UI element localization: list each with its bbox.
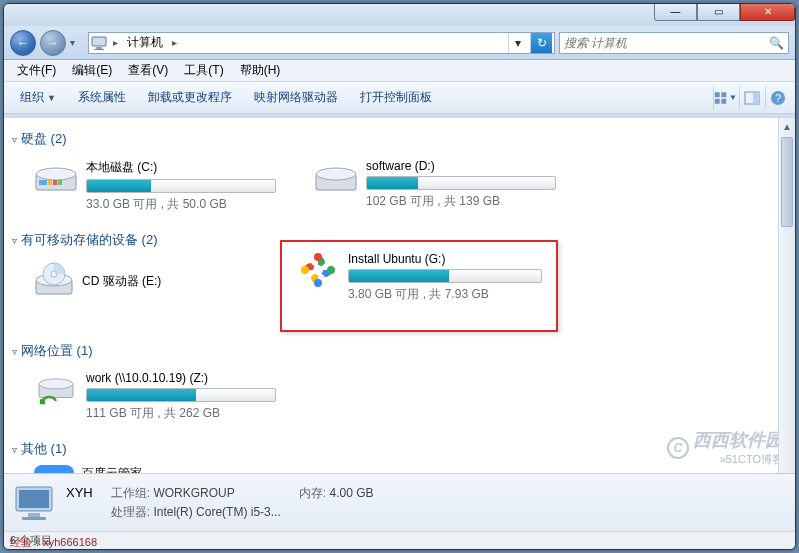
drive-stats: 3.80 GB 可用 , 共 7.93 GB bbox=[348, 286, 542, 303]
maximize-button[interactable]: ▭ bbox=[697, 3, 740, 21]
svg-rect-30 bbox=[40, 399, 45, 404]
chevron-down-icon: ▼ bbox=[729, 93, 737, 102]
title-bar: — ▭ ✕ bbox=[4, 4, 795, 26]
nav-back-button[interactable]: ← bbox=[10, 30, 36, 56]
explorer-window: — ▭ ✕ ← → ▾ ▸ 计算机 ▸ ▾ ↻ 🔍 文件(F) 编辑(E) 查看… bbox=[3, 3, 796, 550]
svg-rect-37 bbox=[19, 490, 49, 508]
svg-rect-5 bbox=[715, 98, 720, 103]
svg-point-23 bbox=[313, 265, 323, 275]
svg-rect-1 bbox=[96, 47, 102, 49]
section-network[interactable]: ▿ 网络位置 (1) bbox=[12, 336, 787, 363]
hard-drive-icon bbox=[314, 159, 358, 195]
drive-stats: 111 GB 可用 , 共 262 GB bbox=[86, 405, 276, 422]
drive-stats: 102 GB 可用 , 共 139 GB bbox=[366, 193, 556, 210]
capacity-bar bbox=[348, 269, 542, 283]
toolbar-preview-pane-button[interactable] bbox=[739, 86, 763, 110]
svg-text:?: ? bbox=[774, 92, 780, 104]
drive-d[interactable]: software (D:) 102 GB 可用 , 共 139 GB bbox=[310, 155, 560, 217]
capacity-bar bbox=[86, 179, 276, 193]
watermark-brand: 西西软件园 bbox=[693, 430, 783, 450]
toolbar-control-panel[interactable]: 打开控制面板 bbox=[350, 85, 442, 110]
watermark-footer: xyh666168 bbox=[43, 536, 97, 548]
menu-help[interactable]: 帮助(H) bbox=[233, 60, 288, 81]
toolbar-uninstall[interactable]: 卸载或更改程序 bbox=[138, 85, 242, 110]
maximize-icon: ▭ bbox=[714, 6, 723, 17]
window-controls: — ▭ ✕ bbox=[654, 3, 795, 21]
drive-title: work (\\10.0.10.19) (Z:) bbox=[86, 371, 276, 385]
breadcrumb-sep-icon: ▸ bbox=[170, 37, 179, 48]
network-drive-icon bbox=[34, 371, 78, 407]
svg-rect-14 bbox=[48, 180, 52, 185]
cd-drive-icon bbox=[34, 260, 74, 303]
minimize-icon: — bbox=[671, 6, 681, 17]
status-bar: 6 个项目 经验：xyh666168 bbox=[4, 531, 795, 549]
svg-text:C: C bbox=[674, 441, 683, 455]
breadcrumb-computer[interactable]: 计算机 bbox=[124, 34, 166, 51]
menu-file[interactable]: 文件(F) bbox=[10, 60, 63, 81]
close-button[interactable]: ✕ bbox=[740, 3, 795, 21]
menu-tools[interactable]: 工具(T) bbox=[177, 60, 230, 81]
address-bar[interactable]: ▸ 计算机 ▸ ▾ ↻ bbox=[88, 32, 555, 54]
drive-z-network[interactable]: work (\\10.0.10.19) (Z:) 111 GB 可用 , 共 2… bbox=[30, 367, 280, 426]
details-pane: XYH 工作组: WORKGROUP 内存: 4.00 GB 处理器: Inte… bbox=[4, 473, 795, 531]
chevron-down-icon: ▾ bbox=[515, 36, 521, 50]
svg-rect-4 bbox=[721, 92, 726, 97]
watermark-sub: »51CTO博客 bbox=[693, 452, 783, 467]
svg-rect-6 bbox=[721, 98, 726, 103]
content-area: ▿ 硬盘 (2) 本地磁盘 (C:) 33.0 GB 可用 , 共 50.0 G… bbox=[4, 118, 795, 507]
svg-point-29 bbox=[39, 379, 73, 389]
back-arrow-icon: ← bbox=[17, 36, 29, 50]
refresh-icon: ↻ bbox=[537, 36, 547, 50]
drive-g-install-ubuntu[interactable]: Install Ubuntu (G:) 3.80 GB 可用 , 共 7.93 … bbox=[292, 248, 546, 307]
svg-point-26 bbox=[314, 279, 322, 287]
drive-title: 本地磁盘 (C:) bbox=[86, 159, 276, 176]
drive-stats: 33.0 GB 可用 , 共 50.0 GB bbox=[86, 196, 276, 213]
computer-icon bbox=[91, 35, 107, 51]
collapse-toggle-icon: ▿ bbox=[12, 134, 17, 145]
close-icon: ✕ bbox=[764, 6, 772, 17]
toolbar-organize[interactable]: 组织 ▼ bbox=[10, 85, 66, 110]
capacity-bar bbox=[86, 388, 276, 402]
scroll-up-button[interactable]: ▲ bbox=[779, 118, 795, 135]
watermark: C 西西软件园 »51CTO博客 bbox=[667, 428, 783, 467]
scrollbar[interactable]: ▲ ▼ bbox=[778, 118, 795, 507]
toolbar-help-button[interactable]: ? bbox=[765, 86, 789, 110]
chevron-down-icon: ▼ bbox=[47, 93, 56, 103]
scroll-thumb[interactable] bbox=[781, 137, 793, 227]
details-cpu: Intel(R) Core(TM) i5-3... bbox=[153, 505, 280, 519]
toolbar-view-button[interactable]: ▼ bbox=[713, 86, 737, 110]
minimize-button[interactable]: — bbox=[654, 3, 697, 21]
toolbar: 组织 ▼ 系统属性 卸载或更改程序 映射网络驱动器 打开控制面板 ▼ ? bbox=[4, 82, 795, 114]
forward-arrow-icon: → bbox=[47, 36, 59, 50]
menu-edit[interactable]: 编辑(E) bbox=[65, 60, 119, 81]
toolbar-organize-label: 组织 bbox=[20, 89, 44, 106]
svg-rect-13 bbox=[39, 180, 47, 185]
toolbar-system-properties[interactable]: 系统属性 bbox=[68, 85, 136, 110]
refresh-button[interactable]: ↻ bbox=[530, 33, 552, 53]
nav-forward-button[interactable]: → bbox=[40, 30, 66, 56]
details-memory: 4.00 GB bbox=[329, 486, 373, 500]
search-icon: 🔍 bbox=[769, 36, 784, 50]
toolbar-map-network-drive[interactable]: 映射网络驱动器 bbox=[244, 85, 348, 110]
details-workgroup-label: 工作组: bbox=[111, 486, 150, 500]
search-box[interactable]: 🔍 bbox=[559, 32, 789, 54]
navigation-bar: ← → ▾ ▸ 计算机 ▸ ▾ ↻ 🔍 bbox=[4, 26, 795, 60]
svg-point-12 bbox=[36, 168, 76, 180]
svg-rect-16 bbox=[58, 180, 62, 185]
svg-point-27 bbox=[301, 266, 309, 274]
nav-history-dropdown[interactable]: ▾ bbox=[70, 37, 84, 48]
search-input[interactable] bbox=[564, 36, 769, 50]
svg-rect-39 bbox=[22, 517, 46, 520]
address-dropdown[interactable]: ▾ bbox=[508, 33, 526, 53]
breadcrumb-sep-icon: ▸ bbox=[111, 37, 120, 48]
section-label: 硬盘 (2) bbox=[21, 130, 67, 148]
chevron-down-icon: ▾ bbox=[70, 37, 75, 48]
menu-view[interactable]: 查看(V) bbox=[121, 60, 175, 81]
details-cpu-label: 处理器: bbox=[111, 505, 150, 519]
svg-rect-8 bbox=[753, 92, 759, 104]
watermark-footer-prefix: 经验： bbox=[10, 536, 43, 548]
section-hard-disks[interactable]: ▿ 硬盘 (2) bbox=[12, 124, 787, 151]
drive-e-cd[interactable]: CD 驱动器 (E:) bbox=[30, 256, 280, 307]
svg-point-25 bbox=[327, 266, 335, 274]
drive-c[interactable]: 本地磁盘 (C:) 33.0 GB 可用 , 共 50.0 GB bbox=[30, 155, 280, 217]
